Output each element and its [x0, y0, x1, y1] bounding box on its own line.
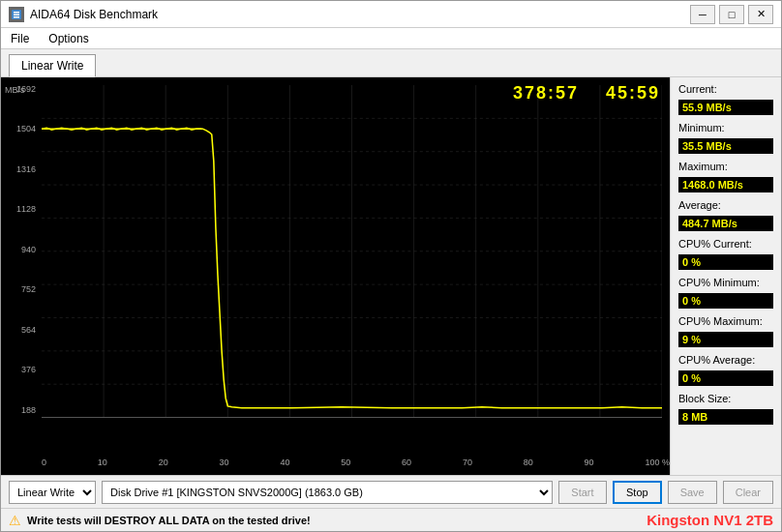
- warning-bar: ⚠ Write tests will DESTROY ALL DATA on t…: [1, 508, 781, 531]
- maximize-button[interactable]: □: [719, 5, 744, 24]
- stop-button[interactable]: Stop: [613, 481, 662, 504]
- current-value: 55.9 MB/s: [678, 100, 773, 115]
- y-label-5: 752: [21, 285, 36, 294]
- y-label-3: 1128: [16, 205, 36, 214]
- cpu-maximum-label: CPU% Maximum:: [678, 315, 773, 327]
- x-label-30: 30: [220, 458, 229, 467]
- svg-rect-1: [14, 12, 19, 14]
- tab-linear-write[interactable]: Linear Write: [9, 54, 96, 77]
- close-button[interactable]: ✕: [748, 5, 773, 24]
- chart-svg: [42, 85, 662, 446]
- window-controls: ─ □ ✕: [690, 5, 773, 24]
- block-size-label: Block Size:: [678, 393, 773, 404]
- right-panel: Current: 55.9 MB/s Minimum: 35.5 MB/s Ma…: [670, 77, 781, 475]
- cpu-average-value: 0 %: [678, 370, 773, 386]
- y-axis: 1692 1504 1316 1128 940 752 564 376 188: [1, 85, 40, 446]
- x-label-10: 10: [98, 458, 107, 467]
- cpu-average-label: CPU% Average:: [678, 354, 773, 366]
- warning-text: Write tests will DESTROY ALL DATA on the…: [27, 515, 311, 526]
- menu-file[interactable]: File: [5, 30, 35, 47]
- menu-bar: File Options: [1, 28, 781, 49]
- x-axis: 0 10 20 30 40 50 60 70 80 90 100 %: [42, 458, 670, 467]
- bottom-bar: Linear Write Disk Drive #1 [KINGSTON SNV…: [1, 475, 781, 508]
- x-label-60: 60: [402, 458, 411, 467]
- minimum-label: Minimum:: [678, 122, 773, 133]
- svg-rect-3: [14, 16, 19, 18]
- y-label-8: 188: [21, 406, 36, 415]
- x-label-90: 90: [585, 458, 594, 467]
- save-button[interactable]: Save: [668, 481, 717, 504]
- average-label: Average:: [678, 199, 773, 211]
- x-label-20: 20: [159, 458, 168, 467]
- y-label-2: 1316: [16, 165, 36, 174]
- main-window: AIDA64 Disk Benchmark ─ □ ✕ File Options…: [0, 0, 782, 532]
- main-content: MB/s 1692 1504 1316 1128 940 752 564 376…: [1, 77, 781, 475]
- cpu-maximum-value: 9 %: [678, 332, 773, 347]
- svg-rect-2: [14, 14, 19, 15]
- clear-button[interactable]: Clear: [723, 481, 773, 504]
- minimum-value: 35.5 MB/s: [678, 138, 773, 154]
- y-label-4: 940: [21, 246, 36, 254]
- x-label-70: 70: [463, 458, 472, 467]
- test-type-select[interactable]: Linear Write: [9, 481, 96, 504]
- y-label-6: 564: [21, 326, 36, 335]
- warning-icon: ⚠: [9, 513, 21, 528]
- x-label-0: 0: [42, 458, 46, 467]
- y-label-1: 1504: [16, 125, 36, 133]
- app-icon: [9, 7, 24, 22]
- cpu-minimum-value: 0 %: [678, 293, 773, 309]
- minimize-button[interactable]: ─: [690, 5, 715, 24]
- cpu-current-value: 0 %: [678, 254, 773, 270]
- y-label-7: 376: [21, 366, 36, 374]
- tabs-bar: Linear Write: [1, 49, 781, 77]
- maximum-label: Maximum:: [678, 161, 773, 172]
- x-label-50: 50: [341, 458, 350, 467]
- title-bar: AIDA64 Disk Benchmark ─ □ ✕: [1, 1, 781, 28]
- x-label-80: 80: [524, 458, 533, 467]
- block-size-value: 8 MB: [678, 409, 773, 425]
- y-label-0: 1692: [16, 85, 36, 94]
- disk-select[interactable]: Disk Drive #1 [KINGSTON SNVS2000G] (1863…: [102, 481, 553, 504]
- cpu-current-label: CPU% Current:: [678, 238, 773, 250]
- timer1: 378:57: [513, 83, 579, 103]
- menu-options[interactable]: Options: [43, 30, 94, 47]
- current-label: Current:: [678, 83, 773, 95]
- cpu-minimum-label: CPU% Minimum:: [678, 277, 773, 288]
- brand-text: Kingston NV1 2TB: [647, 512, 773, 528]
- average-value: 484.7 MB/s: [678, 216, 773, 231]
- start-button[interactable]: Start: [558, 481, 607, 504]
- window-title: AIDA64 Disk Benchmark: [30, 8, 158, 21]
- title-bar-left: AIDA64 Disk Benchmark: [9, 7, 158, 22]
- timer2: 45:59: [606, 83, 660, 103]
- x-label-40: 40: [280, 458, 289, 467]
- chart-timer: 378:57 45:59: [513, 83, 660, 103]
- x-label-100: 100 %: [645, 458, 670, 467]
- maximum-value: 1468.0 MB/s: [678, 177, 773, 192]
- chart-area: MB/s 1692 1504 1316 1128 940 752 564 376…: [1, 77, 670, 475]
